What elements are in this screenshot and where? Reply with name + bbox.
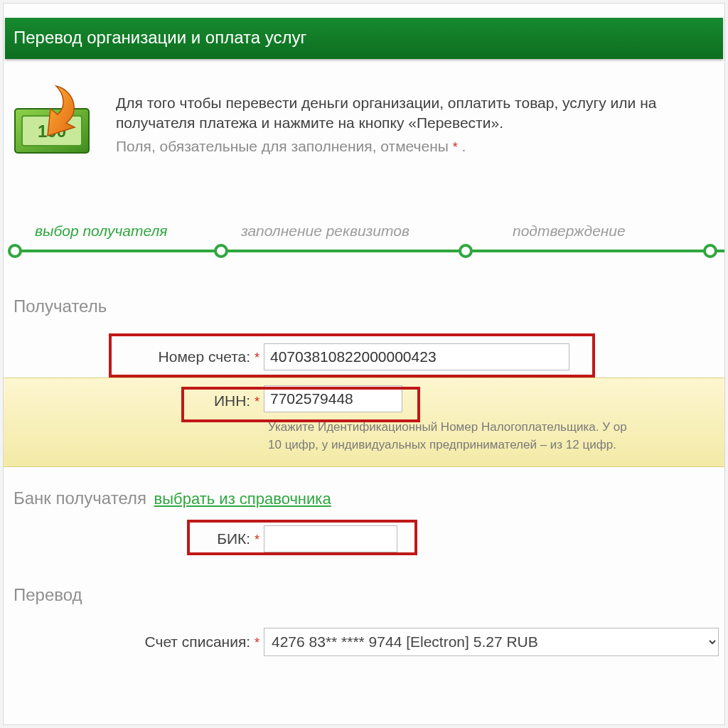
input-inn[interactable] [264,385,402,412]
required-star: * [255,532,259,547]
page-title: Перевод организации и оплата услуг [5,18,723,59]
section-transfer-heading: Перевод [14,585,724,605]
step-3-label[interactable]: подтверждение [513,223,626,240]
input-account-number[interactable] [264,343,569,370]
progress-stepper: выбор получателя заполнение реквизитов п… [4,223,724,265]
section-bank-heading-row: Банк получателя выбрать из справочника [14,488,724,508]
intro-required-note: Поля, обязательные для заполнения, отмеч… [116,136,724,156]
money-transfer-icon: 100 [9,80,99,159]
input-bik[interactable] [264,525,397,552]
section-bank-heading: Банк получателя [14,488,146,508]
required-star: * [255,350,259,365]
select-debit-account[interactable]: 4276 83** **** 9744 [Electron] 5.27 RUB [264,628,719,656]
required-star: * [255,636,259,650]
hint-inn-1: Укажите Идентификационный Номер Налогопл… [268,419,724,436]
intro-line-1: Для того чтобы перевести деньги организа… [116,93,724,113]
link-select-from-directory[interactable]: выбрать из справочника [154,490,331,508]
label-account-number: Номер счета: [159,348,251,365]
step-2-label[interactable]: заполнение реквизитов [241,223,410,240]
required-star: * [255,395,259,409]
row-debit-account: Счет списания: * 4276 83** **** 9744 [El… [4,621,724,663]
step-1-label[interactable]: выбор получателя [35,223,168,240]
intro-block: 100 Для того чтобы перевести деньги орга… [9,80,724,159]
intro-line-2: получателя платежа и нажмите на кнопку «… [116,113,724,133]
hint-inn-2: 10 цифр, у индивидуальных предпринимател… [268,437,724,454]
section-recipient-heading: Получатель [14,296,724,316]
payment-form-window: Перевод организации и оплата услуг 100 [3,3,725,725]
label-bik: БИК: [217,530,250,547]
row-account-number: Номер счета: * [4,336,724,378]
label-debit-account: Счет списания: [145,633,251,650]
row-bik: БИК: * [4,518,724,560]
row-inn: ИНН: * Укажите Идентификационный Номер Н… [4,378,724,467]
label-inn: ИНН: [214,392,250,409]
